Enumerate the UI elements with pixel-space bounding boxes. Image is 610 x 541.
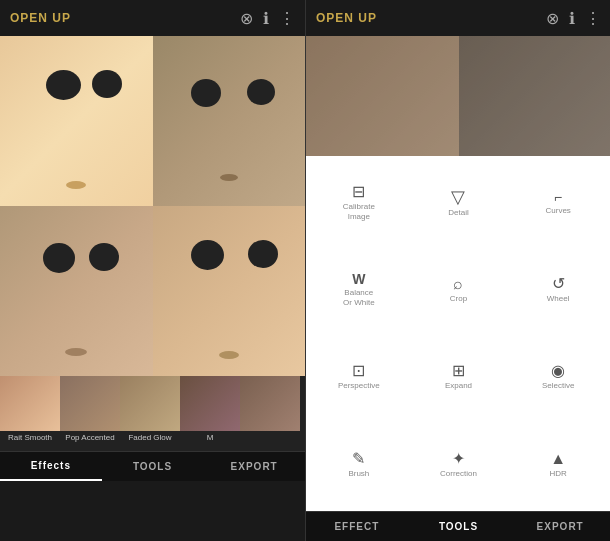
right-img-content [306,36,610,156]
funko-face-4 [153,206,306,376]
thumb-4[interactable]: M [180,376,240,451]
thumb-label-4: M [180,431,240,444]
tab-tools-left[interactable]: TOOLS [102,452,204,481]
funko-cell-4 [153,206,306,376]
right-layers-icon[interactable]: ⊗ [546,9,559,28]
funko-face-1 [0,36,153,206]
funko-cell-1 [0,36,153,206]
perspective-label: Perspective [338,381,380,391]
funko-grid [0,36,305,376]
wheel-icon: ↺ [552,276,565,292]
tool-expand[interactable]: ⊞ Expand [410,335,508,420]
hdr-label: HDR [549,469,566,479]
left-panel: OPEN UP ⊗ ℹ ⋮ [0,0,305,541]
funko-cell-2 [153,36,306,206]
expand-label: Expand [445,381,472,391]
thumb-label-1: Rait Smooth [0,431,60,444]
curves-icon: ⌐ [554,190,562,204]
curves-label: Curves [545,206,570,216]
tab-export-left[interactable]: EXPORT [203,452,305,481]
tool-correction[interactable]: ✦ Correction [410,422,508,507]
detail-label: Detail [448,208,468,218]
calibrate-icon: ⊟ [352,184,365,200]
wheel-label: Wheel [547,294,570,304]
brush-label: Brush [348,469,369,479]
expand-icon: ⊞ [452,363,465,379]
selective-label: Selective [542,381,574,391]
correction-label: Correction [440,469,477,479]
tool-selective[interactable]: ◉ Selective [509,335,607,420]
thumbnail-strip: Rait Smooth Pop Accented Faded Glow M [0,376,305,451]
thumb-2[interactable]: Pop Accented [60,376,120,451]
thumb-5[interactable] [240,376,300,451]
tool-wheel[interactable]: ↺ Wheel [509,247,607,332]
layers-icon[interactable]: ⊗ [240,9,253,28]
funko-face-2 [153,36,306,206]
tool-perspective[interactable]: ⊡ Perspective [310,335,408,420]
right-app-title: OPEN UP [316,11,377,25]
tool-hdr[interactable]: ▲ HDR [509,422,607,507]
right-panel: OPEN UP ⊗ ℹ ⋮ ⊟ Calibrate Image ▽ Detail [306,0,610,541]
calibrate-label: Calibrate Image [343,202,375,221]
tools-grid: ⊟ Calibrate Image ▽ Detail ⌐ Curves W Ba… [306,156,610,511]
right-more-icon[interactable]: ⋮ [585,9,601,28]
tool-balance[interactable]: W Balance Or White [310,247,408,332]
info-icon[interactable]: ℹ [263,9,269,28]
more-icon[interactable]: ⋮ [279,9,295,28]
selective-icon: ◉ [551,363,565,379]
crop-label: Crop [450,294,467,304]
tab-export-right[interactable]: EXPORT [509,512,610,541]
brush-icon: ✎ [352,451,365,467]
app-title: OPEN UP [10,11,71,25]
left-bottom-tabs: Effects TOOLS EXPORT [0,451,305,481]
tool-detail[interactable]: ▽ Detail [410,160,508,245]
right-top-icons: ⊗ ℹ ⋮ [546,9,601,28]
right-bottom-tabs: EFFECT TOOLS EXPORT [306,511,610,541]
funko-face-3 [0,206,153,376]
right-top-bar: OPEN UP ⊗ ℹ ⋮ [306,0,610,36]
tab-tools-right[interactable]: TOOLS [408,512,510,541]
thumb-1[interactable]: Rait Smooth [0,376,60,451]
correction-icon: ✦ [452,451,465,467]
balance-icon: W [352,272,365,286]
thumb-label-3: Faded Glow [120,431,180,444]
thumb-label-5 [240,431,300,435]
balance-label: Balance Or White [343,288,375,307]
perspective-icon: ⊡ [352,363,365,379]
tool-calibrate[interactable]: ⊟ Calibrate Image [310,160,408,245]
hdr-icon: ▲ [550,451,566,467]
tool-curves[interactable]: ⌐ Curves [509,160,607,245]
left-top-icons: ⊗ ℹ ⋮ [240,9,295,28]
crop-icon: ⌕ [453,276,463,292]
tab-effects[interactable]: Effects [0,452,102,481]
thumb-3[interactable]: Faded Glow [120,376,180,451]
left-top-bar: OPEN UP ⊗ ℹ ⋮ [0,0,305,36]
right-info-icon[interactable]: ℹ [569,9,575,28]
tab-effect-right[interactable]: EFFECT [306,512,408,541]
right-image-area [306,36,610,156]
tool-brush[interactable]: ✎ Brush [310,422,408,507]
tool-crop[interactable]: ⌕ Crop [410,247,508,332]
detail-icon: ▽ [451,188,465,206]
thumb-label-2: Pop Accented [60,431,120,444]
funko-cell-3 [0,206,153,376]
main-image [0,36,305,376]
